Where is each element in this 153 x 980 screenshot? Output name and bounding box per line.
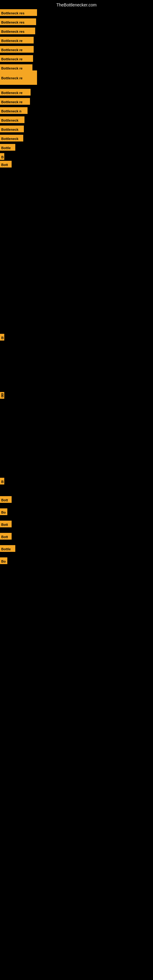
bottleneck-label-4: Bottleneck re: [0, 46, 33, 52]
bottleneck-label-22: Bo: [0, 508, 7, 515]
bottleneck-label-3: Bottleneck re: [0, 37, 33, 43]
bottleneck-label-25: Bottle: [0, 545, 15, 552]
bottleneck-label-16: Bott: [0, 161, 12, 167]
bottleneck-label-14: Bottle: [0, 144, 15, 151]
bottleneck-label-8: Bottleneck re: [0, 89, 30, 95]
bottleneck-label-7: Bottleneck re: [0, 70, 37, 85]
bottleneck-label-26: Bo: [0, 557, 7, 564]
bottleneck-label-17: B: [0, 334, 4, 340]
bottleneck-label-19: B: [0, 392, 4, 396]
bottleneck-label-1: Bottleneck res: [0, 18, 36, 25]
bottleneck-label-6: Bottleneck re: [0, 64, 32, 71]
bottleneck-label-0: Bottleneck res: [0, 9, 37, 16]
bottleneck-label-24: Bott: [0, 533, 12, 539]
bottleneck-label-2: Bottleneck res: [0, 27, 35, 34]
bottleneck-label-21: Bott: [0, 496, 12, 503]
bottleneck-label-11: Bottleneck: [0, 116, 24, 123]
bottleneck-label-5: Bottleneck re: [0, 55, 33, 62]
bottleneck-label-15: B: [0, 153, 4, 160]
bottleneck-label-9: Bottleneck re: [0, 98, 30, 105]
bottleneck-label-20: B: [0, 478, 4, 485]
bottleneck-label-13: Bottleneck: [0, 135, 23, 142]
site-title: TheBottlenecker.com: [56, 2, 97, 7]
bottleneck-label-23: Bott: [0, 520, 12, 527]
bottleneck-label-12: Bottleneck: [0, 126, 24, 132]
bottleneck-label-10: Bottleneck n: [0, 107, 27, 114]
